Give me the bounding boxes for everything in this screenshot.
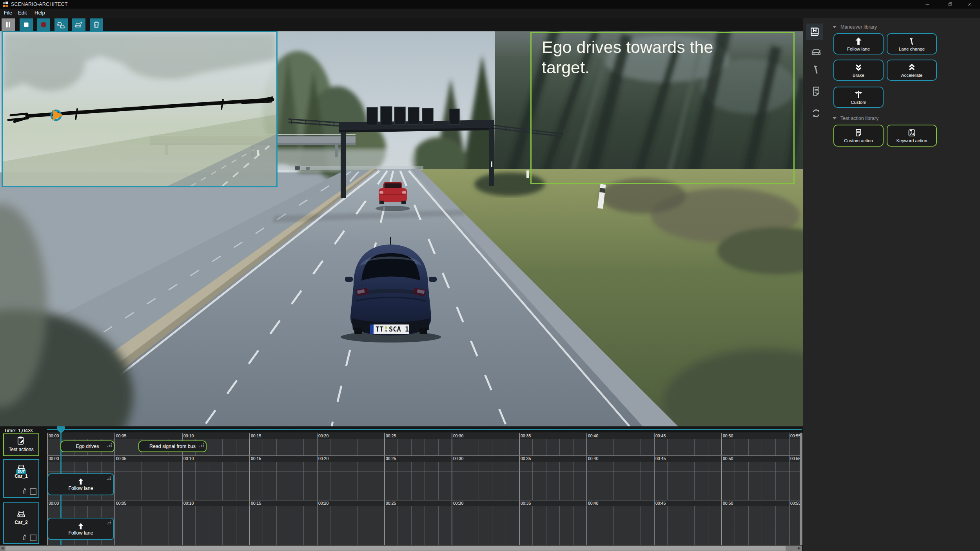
ruler-tick: 00:35 <box>521 456 531 461</box>
simulation-viewport[interactable]: TT SCA 1 <box>0 31 803 426</box>
menu-help[interactable]: Help <box>34 10 45 16</box>
scrollbar-thumb[interactable] <box>5 546 786 551</box>
delete-button[interactable] <box>90 18 103 31</box>
ruler-tick: 00:20 <box>318 433 328 438</box>
traffic-button[interactable] <box>54 18 68 31</box>
double-chevron-down-icon <box>854 63 863 72</box>
tab-sync[interactable] <box>808 105 825 121</box>
ruler-tick: 00:10 <box>183 501 194 506</box>
timeline-block-follow-lane-car1[interactable]: Follow lane <box>47 473 114 495</box>
ruler-tick: 00:10 <box>183 433 194 438</box>
block-label: Follow lane <box>68 530 93 536</box>
restore-button[interactable] <box>942 0 959 9</box>
ruler-tick: 00:45 <box>655 433 666 438</box>
ruler-tick: 00:15 <box>251 456 261 461</box>
map-overview-inset[interactable] <box>2 31 278 187</box>
horizontal-scrollbar[interactable] <box>0 546 802 551</box>
distant-vehicle <box>295 166 300 170</box>
block-label: Ego drives <box>76 444 99 449</box>
arrow-up-icon <box>77 522 85 530</box>
record-button[interactable] <box>37 18 50 31</box>
minimize-button[interactable] <box>919 0 936 9</box>
tab-maneuver-library[interactable] <box>806 24 823 40</box>
tab-vehicles[interactable] <box>808 43 825 60</box>
track-header-test-actions[interactable]: Test actions <box>3 433 39 456</box>
distant-vehicle <box>306 167 310 170</box>
track-header-car1[interactable]: DUT Car_1 <box>3 459 39 498</box>
close-icon <box>966 1 973 8</box>
ruler-tick: 00:45 <box>655 456 666 461</box>
maneuver-library-title: Maneuver library <box>840 24 877 30</box>
add-vehicle-button[interactable] <box>72 18 85 31</box>
ruler-tick: 00:35 <box>521 433 531 438</box>
tab-trajectory[interactable] <box>808 61 825 78</box>
timeline-block-follow-lane-car2[interactable]: Follow lane <box>47 518 114 540</box>
maneuver-lane-change-button[interactable]: Lane change <box>887 33 937 54</box>
vertical-scrollbar[interactable] <box>800 433 802 545</box>
maneuver-brake-button[interactable]: Brake <box>833 60 884 81</box>
traffic-cars-icon <box>56 20 66 29</box>
scroll-right-icon[interactable] <box>798 547 800 550</box>
ruler-tick: 00:05 <box>116 456 126 461</box>
collapse-icon <box>833 117 837 120</box>
ruler-tick: 00:10 <box>183 456 194 461</box>
car-icon <box>810 45 822 57</box>
scenario-annotation-box[interactable]: Ego drives towards the target. <box>530 32 795 184</box>
lane-change-icon <box>907 36 916 46</box>
track-header-car2[interactable]: Car_2 <box>3 502 39 544</box>
maneuver-accelerate-button[interactable]: Accelerate <box>887 60 937 81</box>
trajectory-checkbox[interactable] <box>30 488 36 495</box>
pause-icon <box>4 20 13 29</box>
arrow-up-icon <box>77 478 85 486</box>
add-vehicle-icon <box>74 20 83 29</box>
maneuver-custom-button[interactable]: Custom <box>833 87 884 108</box>
maneuver-follow-lane-button[interactable]: Follow lane <box>833 33 884 54</box>
ruler-tick: 00:20 <box>318 501 328 506</box>
timeline-block-ego-drives[interactable]: Ego drives <box>60 440 114 452</box>
pause-button[interactable] <box>2 18 15 31</box>
track-name: Car_2 <box>15 520 27 525</box>
ruler-tick: 00:40 <box>588 433 598 438</box>
keyword-action-button[interactable]: Az Keyword action <box>887 125 937 147</box>
collapse-icon <box>833 26 837 28</box>
clipboard-pencil-icon <box>15 436 27 446</box>
stop-button[interactable] <box>20 18 33 31</box>
menu-file[interactable]: File <box>4 10 12 16</box>
scroll-left-icon[interactable] <box>1 547 4 550</box>
ruler-tick: 00:00 <box>49 433 59 438</box>
book-icon <box>809 26 820 38</box>
trajectory-checkbox[interactable] <box>30 535 36 541</box>
ruler-test-actions[interactable]: 00:0000:0500:1000:1500:2000:2500:3000:35… <box>47 433 802 439</box>
maneuver-library-header[interactable]: Maneuver library <box>833 24 877 30</box>
ruler-tick: 00:15 <box>251 433 261 438</box>
timeline-block-read-signal[interactable]: Read signal from bus <box>138 440 207 452</box>
ruler-tick: 00:40 <box>588 501 598 506</box>
ruler-car2[interactable]: 00:0000:0500:1000:1500:2000:2500:3000:35… <box>47 500 802 506</box>
lane-divider <box>47 471 802 471</box>
map-road-line <box>8 97 272 121</box>
menu-edit[interactable]: Edit <box>18 10 27 16</box>
car-front-icon <box>15 509 27 519</box>
restore-icon <box>947 1 954 8</box>
ruler-tick: 00:05 <box>116 501 126 506</box>
custom-action-button[interactable]: Custom action <box>833 125 884 147</box>
ruler-tick: 00:00 <box>49 456 59 461</box>
ruler-tick: 00:15 <box>251 501 261 506</box>
dut-badge: DUT <box>16 469 26 474</box>
ruler-tick: 00:25 <box>386 501 396 506</box>
test-action-library-header[interactable]: Test action library <box>833 116 878 121</box>
menubar: File Edit Help <box>0 9 980 18</box>
button-label: Keyword action <box>897 138 927 143</box>
double-chevron-up-icon <box>907 63 916 72</box>
lane-car1[interactable] <box>47 462 802 500</box>
lane-car2[interactable] <box>47 506 802 545</box>
ruler-car1[interactable]: 00:0000:0500:1000:1500:2000:2500:3000:35… <box>47 455 802 462</box>
svg-text:TT: TT <box>376 325 383 333</box>
tab-notes[interactable] <box>808 83 825 100</box>
close-button[interactable] <box>961 0 978 9</box>
timeline-scrubber[interactable] <box>47 429 802 430</box>
ruler-tick: 00:55 <box>790 433 800 438</box>
document-icon <box>810 85 822 97</box>
trash-icon <box>92 20 101 29</box>
timeline-panel: Time: 1,043s 00:0000:0500:1000:1500:2000… <box>0 426 803 551</box>
